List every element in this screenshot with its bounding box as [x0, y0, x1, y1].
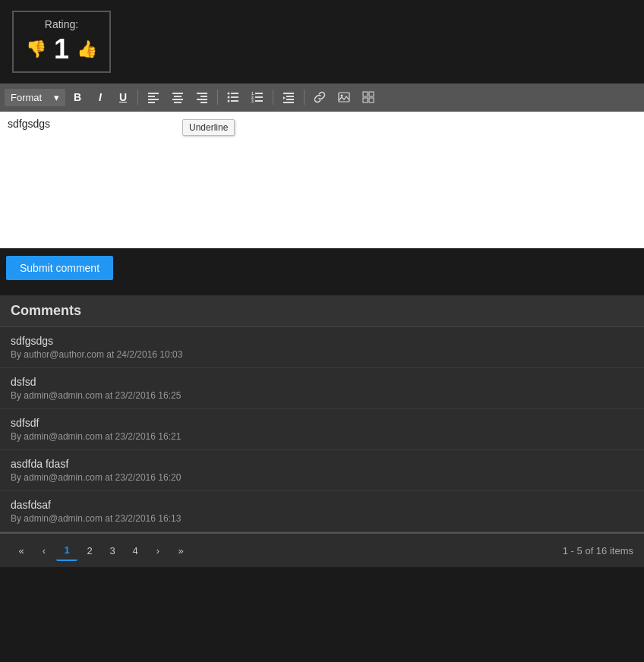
svg-rect-13: [231, 93, 238, 94]
next-page-button[interactable]: ›: [147, 540, 169, 561]
image-button[interactable]: [333, 87, 355, 108]
comments-section: Comments sdfgsdgs By author@author.com a…: [0, 295, 644, 567]
align-right-icon: [196, 91, 208, 103]
last-page-button[interactable]: »: [170, 540, 191, 561]
svg-text:3.: 3.: [251, 99, 255, 103]
svg-point-12: [228, 93, 230, 95]
format-dropdown[interactable]: Format ▾: [5, 89, 65, 106]
page-button-4[interactable]: 4: [125, 540, 146, 561]
svg-rect-23: [255, 100, 263, 102]
indent-icon: [283, 91, 295, 103]
pagination: « ‹ 1 2 3 4 › » 1 - 5 of 16 items: [0, 532, 644, 567]
svg-rect-31: [363, 92, 368, 96]
prev-page-button[interactable]: ‹: [33, 540, 55, 561]
svg-rect-34: [369, 98, 374, 102]
svg-rect-27: [283, 102, 294, 103]
comment-meta-1: By admin@admin.com at 23/2/2016 16:25: [11, 390, 633, 401]
svg-rect-21: [255, 96, 263, 98]
underline-button[interactable]: U: [112, 87, 134, 108]
editor-wrapper: sdfgsdgs Underline: [0, 112, 644, 248]
svg-rect-26: [286, 99, 294, 100]
align-right-button[interactable]: [191, 87, 213, 108]
page-button-1[interactable]: 1: [56, 540, 77, 561]
italic-button[interactable]: I: [90, 87, 111, 108]
svg-rect-24: [283, 93, 294, 94]
svg-rect-11: [200, 102, 207, 103]
svg-rect-2: [148, 99, 159, 100]
svg-rect-3: [148, 102, 155, 103]
thumbup-icon[interactable]: 👍: [77, 39, 97, 59]
link-icon: [314, 91, 326, 103]
table-icon: [362, 91, 374, 103]
comment-item-4: dasfdsaf By admin@admin.com at 23/2/2016…: [0, 491, 644, 532]
comment-meta-0: By author@author.com at 24/2/2016 10:03: [11, 349, 633, 360]
comments-header: Comments: [0, 295, 644, 327]
comment-item-0: sdfgsdgs By author@author.com at 24/2/20…: [0, 327, 644, 368]
unordered-list-icon: [227, 91, 239, 103]
svg-point-30: [341, 95, 343, 97]
svg-marker-28: [283, 96, 286, 99]
svg-rect-17: [231, 100, 238, 102]
svg-rect-33: [363, 98, 368, 102]
page-button-2[interactable]: 2: [79, 540, 100, 561]
comment-meta-3: By admin@admin.com at 23/2/2016 16:20: [11, 472, 633, 483]
comment-text-1: dsfsd: [11, 376, 633, 388]
svg-rect-8: [197, 93, 207, 94]
separator-3: [273, 90, 273, 105]
svg-rect-1: [148, 96, 155, 97]
svg-rect-19: [255, 93, 263, 94]
comment-text-3: asdfda fdasf: [11, 458, 633, 470]
table-button[interactable]: [357, 87, 380, 108]
svg-rect-4: [172, 93, 183, 94]
comment-text-4: dasfdsaf: [11, 499, 633, 511]
align-center-icon: [172, 91, 184, 103]
svg-point-14: [228, 96, 230, 99]
page-button-3[interactable]: 3: [102, 540, 123, 561]
pagination-controls: « ‹ 1 2 3 4 › »: [11, 540, 191, 561]
submit-comment-button[interactable]: Submit comment: [6, 256, 113, 280]
align-left-button[interactable]: [142, 87, 165, 108]
comment-item-1: dsfsd By admin@admin.com at 23/2/2016 16…: [0, 368, 644, 409]
svg-point-16: [228, 100, 230, 102]
separator-1: [137, 90, 138, 105]
bold-button[interactable]: B: [67, 87, 88, 108]
ordered-list-button[interactable]: 1. 2. 3.: [246, 87, 269, 108]
comment-text-2: sdfsdf: [11, 417, 633, 429]
rating-box: Rating: 👎 1 👍: [12, 11, 111, 73]
editor-content[interactable]: sdfgsdgs: [0, 112, 644, 248]
svg-rect-7: [174, 102, 182, 103]
rating-controls: 👎 1 👍: [26, 33, 97, 65]
svg-rect-29: [339, 93, 349, 102]
comment-meta-2: By admin@admin.com at 23/2/2016 16:21: [11, 431, 633, 442]
tooltip-text: Underline: [189, 122, 228, 133]
svg-rect-10: [197, 99, 207, 100]
comment-item-3: asdfda fdasf By admin@admin.com at 23/2/…: [0, 450, 644, 491]
unordered-list-button[interactable]: [222, 87, 245, 108]
first-page-button[interactable]: «: [11, 540, 32, 561]
separator-4: [304, 90, 305, 105]
svg-rect-5: [174, 96, 182, 97]
svg-rect-15: [231, 96, 238, 98]
page-info: 1 - 5 of 16 items: [563, 545, 633, 556]
indent-button[interactable]: [277, 87, 300, 108]
svg-rect-6: [172, 99, 183, 100]
rating-value: 1: [54, 33, 69, 65]
svg-rect-9: [200, 96, 207, 97]
thumbdown-icon[interactable]: 👎: [26, 39, 46, 59]
underline-tooltip: Underline: [182, 119, 235, 136]
comment-text-0: sdfgsdgs: [11, 335, 633, 347]
rating-label: Rating:: [26, 18, 97, 30]
link-button[interactable]: [308, 87, 331, 108]
svg-rect-25: [286, 96, 294, 97]
dropdown-arrow-icon: ▾: [54, 92, 59, 103]
image-icon: [338, 91, 350, 103]
comment-item-2: sdfsdf By admin@admin.com at 23/2/2016 1…: [0, 409, 644, 450]
align-left-icon: [147, 91, 159, 103]
editor-toolbar: Format ▾ B I U 1. 2. 3.: [0, 84, 644, 112]
comment-meta-4: By admin@admin.com at 23/2/2016 16:13: [11, 513, 633, 524]
ordered-list-icon: 1. 2. 3.: [251, 91, 264, 103]
separator-2: [217, 90, 218, 105]
align-center-button[interactable]: [166, 87, 189, 108]
svg-rect-0: [148, 93, 159, 94]
format-label: Format: [11, 92, 42, 103]
